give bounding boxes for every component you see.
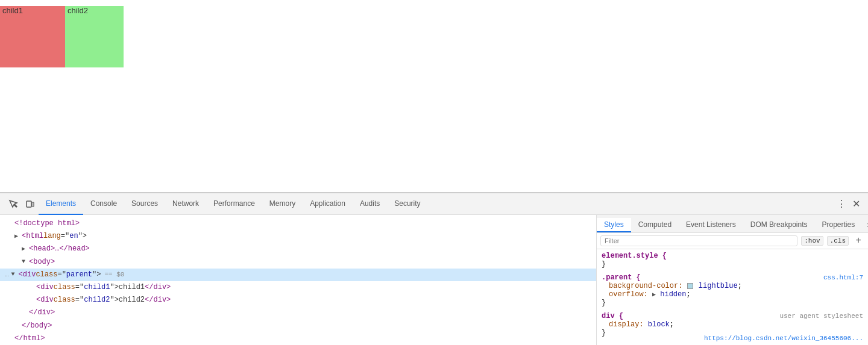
html-panel[interactable]: <!doctype html> ▶ <html lang="en"> ▶ <he…	[0, 215, 597, 345]
div-rule: div { user agent stylesheet display: blo…	[602, 312, 863, 337]
element-style-selector: element.style {	[602, 252, 667, 260]
child2-box	[65, 6, 124, 67]
parent-rule-close: }	[602, 299, 863, 307]
styles-tab-event-listeners[interactable]: Event Listeners	[679, 218, 743, 232]
tab-performance[interactable]: Performance	[206, 193, 262, 215]
svg-rect-1	[32, 202, 34, 207]
styles-filter-bar: :hov .cls +	[597, 233, 868, 249]
styles-tabs: Styles Computed Event Listeners DOM Brea…	[597, 215, 868, 233]
styles-tab-properties[interactable]: Properties	[814, 218, 862, 232]
close-devtools-button[interactable]: ✕	[849, 197, 863, 211]
browser-preview: child1 child2	[0, 0, 868, 193]
html-line-close-html: </html>	[0, 332, 596, 345]
parent-rule: .parent { css.html:7 background-color: l…	[602, 273, 863, 307]
tab-sources[interactable]: Sources	[124, 193, 165, 215]
styles-panel: Styles Computed Event Listeners DOM Brea…	[597, 215, 868, 345]
parent-rule-header: .parent { css.html:7	[602, 273, 863, 282]
html-line-parent-div[interactable]: … ▼ <div class="parent"> == $0	[0, 269, 596, 281]
parent-background	[0, 6, 868, 67]
inspect-element-button[interactable]	[5, 196, 22, 213]
div-rule-body: display: block;	[602, 320, 863, 329]
dots-indicator: …	[5, 270, 9, 281]
background-color-prop: background-color: lightblue;	[609, 282, 863, 290]
html-line-child2[interactable]: <div class="child2"> child2 </div>	[0, 294, 596, 306]
hov-button[interactable]: :hov	[801, 236, 823, 246]
div-rule-header: div { user agent stylesheet	[602, 312, 863, 320]
child2-label: child2	[68, 6, 88, 15]
svg-rect-0	[27, 201, 31, 207]
html-line-close-body: </body>	[0, 320, 596, 332]
toggle-parent-div[interactable]: ▼	[11, 270, 19, 279]
child1-label: child1	[2, 6, 23, 15]
overflow-prop: overflow: ▶ hidden;	[609, 290, 863, 299]
tab-memory[interactable]: Memory	[262, 193, 303, 215]
styles-tab-styles[interactable]: Styles	[597, 218, 631, 232]
tab-console[interactable]: Console	[83, 193, 124, 215]
styles-tab-dom-breakpoints[interactable]: DOM Breakpoints	[743, 218, 815, 232]
element-style-close: }	[602, 260, 863, 269]
tab-security[interactable]: Security	[387, 193, 427, 215]
devtools-body: <!doctype html> ▶ <html lang="en"> ▶ <he…	[0, 215, 868, 345]
tab-elements[interactable]: Elements	[39, 193, 83, 215]
html-line-head[interactable]: ▶ <head>…</head>	[0, 243, 596, 255]
parent-rule-body: background-color: lightblue; overflow: ▶…	[602, 282, 863, 299]
tab-application[interactable]: Application	[303, 193, 353, 215]
devtools-toolbar: Elements Console Sources Network Perform…	[0, 193, 868, 215]
add-style-button[interactable]: +	[852, 235, 864, 247]
html-line-doctype: <!doctype html>	[0, 217, 596, 230]
cls-button[interactable]: .cls	[827, 236, 849, 246]
devtools-panel: Elements Console Sources Network Perform…	[0, 193, 868, 345]
toggle-body[interactable]: ▼	[22, 257, 29, 267]
html-line-body[interactable]: ▼ <body>	[0, 256, 596, 269]
html-line-html[interactable]: ▶ <html lang="en">	[0, 230, 596, 243]
tab-network[interactable]: Network	[165, 193, 206, 215]
overflow-expand[interactable]: ▶	[652, 291, 656, 298]
styles-content: element.style { } .parent { css.html:7 b…	[597, 249, 868, 343]
tab-audits[interactable]: Audits	[353, 193, 387, 215]
url-bar: https://blog.csdn.net/weixin_36455606...	[704, 335, 863, 342]
child1-box	[0, 6, 65, 67]
element-style-rule: element.style { }	[602, 252, 863, 269]
toggle-head[interactable]: ▶	[22, 244, 29, 254]
parent-rule-source[interactable]: css.html:7	[823, 274, 863, 281]
selected-marker: == $0	[104, 270, 124, 281]
more-options-button[interactable]: ⋮	[834, 197, 849, 211]
element-style-header: element.style {	[602, 252, 863, 260]
lightblue-swatch[interactable]	[687, 283, 693, 289]
styles-more-button[interactable]: »	[862, 218, 868, 232]
div-selector: div {	[602, 312, 623, 320]
div-rule-source: user agent stylesheet	[779, 312, 863, 320]
device-toolbar-button[interactable]	[22, 196, 39, 213]
html-line-close-div: </div>	[0, 306, 596, 319]
parent-selector: .parent {	[602, 273, 641, 282]
toggle-html[interactable]: ▶	[14, 232, 22, 241]
styles-filter-input[interactable]	[600, 235, 797, 246]
display-prop: display: block;	[609, 320, 863, 329]
styles-tab-computed[interactable]: Computed	[631, 218, 679, 232]
html-line-child1[interactable]: <div class="child1"> child1 </div>	[0, 281, 596, 294]
